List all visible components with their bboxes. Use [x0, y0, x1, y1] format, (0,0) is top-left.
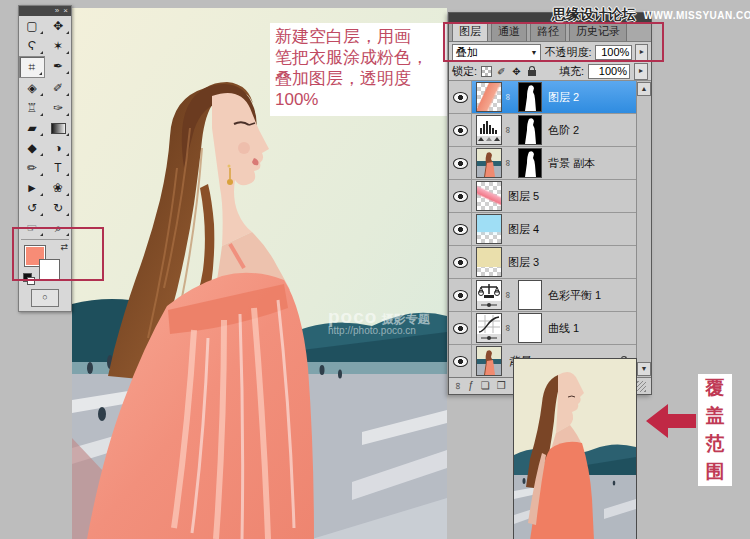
layer-mask-thumbnail[interactable] [518, 280, 542, 310]
layer-row-图层 4[interactable]: 图层 4 [449, 213, 636, 246]
scroll-up-icon[interactable]: ▲ [637, 82, 651, 96]
history-brush-icon: ✑ [53, 101, 63, 115]
scroll-down-icon[interactable]: ▼ [637, 362, 651, 376]
brush-tool[interactable]: ✐ [45, 78, 71, 98]
layer-thumbnail-photo[interactable] [476, 148, 502, 178]
callout-char: 围 [706, 459, 725, 485]
notes-tool[interactable]: ↺ [19, 198, 45, 218]
dodge-tool[interactable]: ◑ [45, 138, 71, 158]
move-tool[interactable]: ✥ [45, 16, 71, 36]
fill-flyout-icon[interactable]: ▸ [634, 63, 648, 80]
layer-thumbnail-paint-coral[interactable] [476, 82, 502, 112]
type-tool[interactable]: T [45, 158, 71, 178]
layer-name[interactable]: 色彩平衡 1 [548, 288, 601, 303]
layer-row-图层 3[interactable]: 图层 3 [449, 246, 636, 279]
path-selection-tool[interactable]: ► [19, 178, 45, 198]
layer-style-icon[interactable]: ƒ [468, 379, 474, 393]
lock-all-icon[interactable] [526, 66, 537, 77]
blur-tool[interactable]: ◆ [19, 138, 45, 158]
eye-icon [453, 323, 468, 334]
magic-wand-tool[interactable]: ✶ [45, 36, 71, 56]
clone-stamp-tool[interactable]: ♖ [19, 98, 45, 118]
callout-char: 覆 [706, 375, 725, 401]
rectangular-marquee-tool[interactable]: ▢ [19, 16, 45, 36]
notes-icon: ↺ [27, 201, 37, 215]
layer-thumbnail-paint-tan[interactable] [476, 247, 502, 277]
visibility-toggle[interactable] [449, 81, 472, 113]
visibility-toggle[interactable] [449, 147, 472, 179]
photo-watermark: poco 摄影专题 http://photo.poco.cn [328, 311, 430, 337]
layer-thumbnail-photo[interactable] [476, 346, 502, 376]
layer-thumbnail-curves[interactable] [476, 313, 502, 343]
healing-brush-tool[interactable]: ◈ [19, 78, 45, 98]
site-watermark-name: 思缘设计论坛 [552, 6, 636, 22]
layer-mask-thumbnail[interactable] [518, 115, 542, 145]
photoshop-screenshot: 新建空白层，用画 笔把衣服涂成粉色， 叠加图层，透明度 100% poco 摄影… [0, 0, 750, 539]
layer-thumbnail-color-balance[interactable] [476, 280, 502, 310]
visibility-toggle[interactable] [449, 246, 472, 278]
crop-icon: ⌗ [29, 60, 36, 74]
add-layer-mask-icon[interactable]: ❏ [481, 379, 490, 393]
layer-row-色阶 2[interactable]: ∞色阶 2 [449, 114, 636, 147]
layer-row-背景 副本[interactable]: ∞背景 副本 [449, 147, 636, 180]
pen-tool[interactable]: ✏ [19, 158, 45, 178]
layers-scrollbar[interactable]: ▲ ▼ [636, 81, 651, 377]
photo-watermark-suffix: 摄影专题 [382, 312, 430, 326]
visibility-toggle[interactable] [449, 312, 472, 344]
layer-name[interactable]: 图层 2 [548, 90, 579, 105]
visibility-toggle[interactable] [449, 213, 472, 245]
layer-name[interactable]: 曲线 1 [548, 321, 579, 336]
gradient-tool[interactable] [45, 118, 71, 138]
visibility-toggle[interactable] [449, 345, 472, 377]
collapse-icon[interactable]: » [55, 6, 60, 15]
site-watermark-url: WWW.MISSYUAN.COM [643, 10, 750, 21]
close-icon[interactable]: × [63, 6, 69, 15]
layer-name[interactable]: 图层 3 [508, 255, 539, 270]
link-icon: ∞ [503, 92, 513, 102]
eye-icon [453, 290, 468, 301]
quick-mask-button[interactable]: ○ [31, 289, 59, 307]
custom-shape-icon: ❀ [53, 181, 63, 195]
tools-palette-titlebar[interactable]: » × [19, 6, 71, 16]
measure-tool[interactable]: ↻ [45, 198, 71, 218]
lasso-tool[interactable]: Ϛ [19, 36, 45, 56]
layer-name[interactable]: 色阶 2 [548, 123, 579, 138]
eye-icon [453, 356, 468, 367]
quick-mask-icon: ○ [42, 292, 47, 302]
layer-mask-thumbnail[interactable] [518, 82, 542, 112]
lock-row: 锁定: ✐✥ 填充: 100% ▸ [449, 62, 651, 81]
visibility-toggle[interactable] [449, 180, 472, 212]
lock-transparency-icon[interactable] [481, 66, 492, 77]
layer-row-色彩平衡 1[interactable]: ∞色彩平衡 1 [449, 279, 636, 312]
crop-tool[interactable]: ⌗ [19, 56, 45, 78]
layer-thumbnail-paint-blue[interactable] [476, 214, 502, 244]
layer-name[interactable]: 图层 5 [508, 189, 539, 204]
visibility-toggle[interactable] [449, 279, 472, 311]
layer-name[interactable]: 图层 4 [508, 222, 539, 237]
fill-input[interactable]: 100% [588, 64, 630, 79]
layer-thumbnail-levels[interactable] [476, 115, 502, 145]
coverage-range-callout: 覆盖范围 [698, 374, 732, 486]
eraser-tool[interactable]: ▰ [19, 118, 45, 138]
lock-position-icon[interactable]: ✥ [511, 66, 522, 77]
lock-image-icon[interactable]: ✐ [496, 66, 507, 77]
layer-thumbnail-paint-pink[interactable] [476, 181, 502, 211]
layer-row-图层 2[interactable]: ∞图层 2 [449, 81, 636, 114]
layer-row-图层 5[interactable]: 图层 5 [449, 180, 636, 213]
layer-mask-thumbnail[interactable] [518, 148, 542, 178]
eyedropper-tool[interactable]: ✒ [45, 56, 71, 76]
history-brush-tool[interactable]: ✑ [45, 98, 71, 118]
link-layers-icon[interactable]: ∞ [451, 382, 465, 389]
tool-grid: ▢✥Ϛ✶⌗✒◈✐♖✑▰◆◑✏T►❀↺↻☞⌕ [19, 16, 71, 238]
layer-mask-thumbnail[interactable] [518, 313, 542, 343]
rectangular-marquee-icon: ▢ [26, 19, 37, 33]
measure-icon: ↻ [53, 201, 63, 215]
custom-shape-tool[interactable]: ❀ [45, 178, 71, 198]
visibility-toggle[interactable] [449, 114, 472, 146]
lasso-icon: Ϛ [28, 39, 37, 53]
new-group-icon[interactable]: ❐ [497, 379, 506, 393]
photo-watermark-brand: poco [328, 306, 377, 327]
layer-row-曲线 1[interactable]: ∞曲线 1 [449, 312, 636, 345]
layer-name[interactable]: 背景 副本 [548, 156, 595, 171]
callout-char: 盖 [706, 403, 725, 429]
